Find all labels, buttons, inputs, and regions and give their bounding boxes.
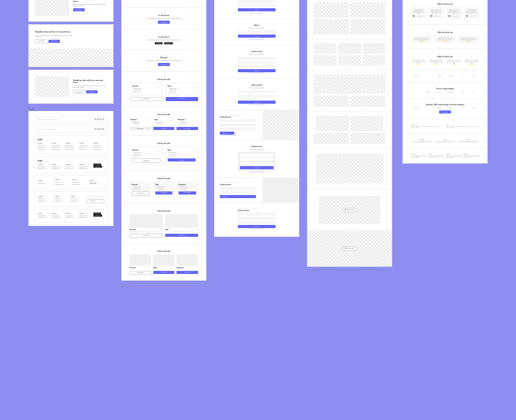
testimonial-logo-3: Google"Here is a message that's going to… — [403, 133, 487, 148]
gallery-fullbleed: ▶ Watch video — [308, 230, 392, 266]
play-button[interactable]: ▶ Watch video — [342, 247, 357, 251]
carousel-next-button[interactable]: › — [385, 123, 385, 124]
social-proof-group: What our clients say Design systems will… — [402, 0, 488, 164]
subscribe-input[interactable] — [87, 195, 104, 198]
apple-logo-icon — [411, 91, 421, 93]
apple-logo-icon — [423, 107, 433, 109]
pricing-cta[interactable]: Get started — [158, 21, 169, 24]
pricing-free: Pricing It's free forever Start building… — [122, 7, 206, 29]
nike-logo-icon: ✔ — [458, 75, 468, 77]
auth-create-narrow: Start your 30-day free trial. Create acc… — [215, 202, 299, 236]
gallery-carousel-2: ‹ › — [308, 111, 392, 148]
auth-create-split-left: Start your 30-day free trial. Create acc… — [215, 110, 299, 140]
auth-create-2: Create account Start your 30-day free tr… — [215, 78, 299, 110]
play-button[interactable]: ▶ Watch video — [342, 208, 357, 212]
testimonial-logo-2: Google"Here is a message that's going to… — [403, 119, 487, 133]
testimonials-row-stars: Testimonials What our clients say Design… — [403, 24, 487, 49]
nike-logo-icon: ✔ — [458, 107, 468, 109]
hero-variant-split-right: Headline that will be in several lines. … — [28, 70, 114, 104]
gallery-group: ‹ › ‹ › ▶ Watch video ▶ Watch video — [307, 0, 392, 267]
pricing-2col-boxed: PricingChoose your plan PersonalFreeUnli… — [122, 135, 206, 170]
signin-button[interactable]: Sign in — [238, 8, 276, 11]
pricing-3col: PricingChoose your plan PersonalFreeUnli… — [122, 106, 206, 136]
pricing-3col-image: PricingChoose your plan PersonalGet star… — [122, 243, 206, 280]
testimonial-logo-4: Google"Here is a message that's going to… — [403, 148, 487, 163]
hero-headline: Headline that will be in several lines. — [73, 0, 107, 3]
logo-row-headline: You're in a good company Googleairbnbama… — [403, 82, 487, 98]
pricing-2col-image: PricingChoose your plan PersonalFreeStar… — [122, 203, 206, 243]
pricing-single-price: Pricing $5/month Start building right aw… — [122, 50, 206, 71]
auth-group: Sign in Already have an account? Log in … — [214, 0, 299, 237]
section-label-footer: Footer — [29, 108, 35, 110]
hero-sub: Here is a message that will be in severa… — [73, 4, 107, 7]
auth-create-split-left-2: Start your 30-day free trial. Create acc… — [215, 177, 299, 202]
nike-logo-icon: ✔ — [469, 91, 479, 93]
gallery-carousel-1: ‹ › — [308, 148, 392, 189]
logo-row-trusted: Trusted by 1,000+ small and large succes… — [403, 98, 487, 119]
playstore-badge[interactable]: Google Play — [164, 42, 173, 44]
apple-logo-icon — [423, 75, 433, 77]
pricing-free-apps: Pricing It's free forever Start building… — [122, 29, 206, 50]
pricing-2col: PricingChoose your plan PersonalFreeUnli… — [122, 71, 206, 106]
hero-variant-split-left: Headline that will be in several lines. … — [28, 0, 114, 22]
testimonials-row-avatar: What our clients say Design systems will… — [403, 0, 487, 24]
auth-create-1: Create account Start your 30-day free tr… — [215, 45, 299, 78]
appstore-badge[interactable]: App Store — [155, 42, 163, 44]
auth-signin: Sign in Start your 30-day free trial. Si… — [215, 19, 299, 45]
cta-secondary[interactable]: Learn more — [35, 39, 48, 43]
auth-create-card: Create account Start your 30-day free tr… — [215, 140, 299, 177]
email-input[interactable] — [238, 30, 276, 34]
carousel-prev-button[interactable]: ‹ — [314, 168, 314, 169]
password-input[interactable] — [238, 4, 276, 7]
carousel-prev-button[interactable]: ‹ — [314, 123, 314, 124]
testimonials-row-4: Testimonials What our clients say Design… — [403, 49, 487, 70]
email-input[interactable] — [238, 0, 276, 3]
gallery-video: ▶ Watch video — [308, 189, 392, 230]
carousel-next-button[interactable]: › — [385, 168, 385, 169]
footer-group: Footer © 2024 Acme Corp. All rights rese… — [28, 111, 114, 226]
hero-variant-bottom: Headline that will be in several lines. … — [28, 24, 114, 67]
logo-row-simple: airbnbamazonGoogle✔Uber — [403, 70, 487, 82]
cta-primary[interactable]: Get started — [73, 8, 85, 11]
pricing-3col-boxed: PricingChoose your plan PersonalUnlimite… — [122, 170, 206, 203]
cta-primary[interactable]: Get started — [49, 40, 60, 43]
playstore-badge[interactable]: Google Play — [93, 166, 102, 168]
pricing-group: Pricing Pricing It's free forever Start … — [121, 0, 206, 281]
